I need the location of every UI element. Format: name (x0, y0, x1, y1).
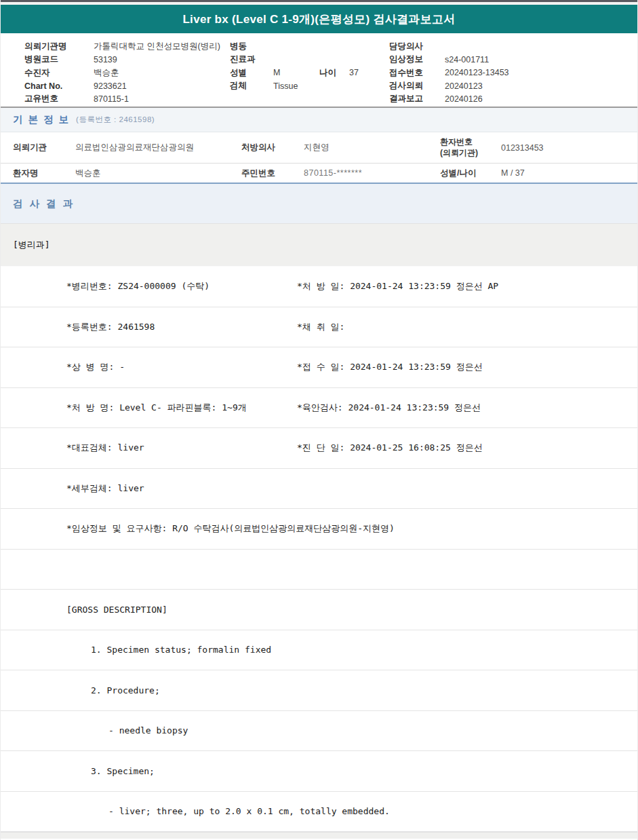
cell-prescribing-doctor: 지현영 (304, 142, 440, 153)
department-row: [병리과] (1, 224, 637, 267)
report-title: Liver bx (Level C 1-9개)(은평성모) 검사결과보고서 (182, 12, 455, 27)
field-specimen-type: 검체 Tissue (230, 79, 359, 92)
field-label: 담당의사 (389, 41, 445, 52)
field-label: 결과보고 (389, 93, 445, 104)
col-label-patient-no-line1: 환자번호 (440, 137, 501, 148)
test-results-title: 검 사 결 과 (13, 197, 75, 210)
result-right-text: *육안검사: 2024-01-24 13:23:59 정은선 (297, 402, 481, 414)
field-unique-no: 고유번호 870115-1 (24, 92, 220, 105)
result-left-text: *처 방 명: Level C- 파라핀블록: 1~9개 (1, 402, 247, 414)
basic-info-section-header: 기 본 정 보 (등록번호 : 2461598) (1, 107, 637, 132)
field-value-sex: M (273, 68, 319, 77)
result-row-gross-description-heading: [GROSS DESCRIPTION] (1, 590, 637, 630)
result-right-text: *진 단 일: 2024-01-25 16:08:25 정은선 (297, 442, 483, 454)
result-left-text: [GROSS DESCRIPTION] (1, 605, 167, 615)
field-hospital-code: 병원코드 53139 (24, 53, 220, 66)
col-label-patient-name: 환자명 (13, 168, 75, 179)
field-label: 검체 (230, 80, 273, 92)
field-accession-no: 접수번호 20240123-13453 (389, 66, 509, 79)
result-left-text: *등록번호: 2461598 (1, 321, 155, 333)
footer-strip (1, 832, 637, 839)
field-value-age: 37 (349, 68, 359, 77)
result-left-text: *대표검체: liver (1, 442, 144, 454)
field-report-date: 결과보고 20240126 (389, 92, 509, 105)
col-label-prescribing-doctor: 처방의사 (241, 142, 304, 153)
field-value: Tissue (273, 81, 298, 91)
field-label-age: 나이 (319, 67, 349, 79)
table-row: 의뢰기관 의료법인삼광의료재단삼광의원 처방의사 지현영 환자번호(의뢰기관) … (1, 132, 637, 164)
field-label: 임상정보 (389, 54, 445, 65)
header-info-left-column: 의뢰기관명 가톨릭대학교 인천성모병원(병리) 병원코드 53139 수진자 백… (24, 40, 220, 105)
field-sex-age: 성별 M 나이 37 (230, 66, 359, 79)
result-left-text: *임상정보 및 요구사항: R/O 수탁검사(의료법인삼광의료재단삼광의원-지현… (1, 522, 395, 535)
result-row-prescription-name: *처 방 명: Level C- 파라핀블록: 1~9개 *육안검사: 2024… (1, 388, 637, 429)
field-label: 접수번호 (389, 67, 445, 79)
department-label: [병리과] (13, 239, 50, 251)
cell-patient-no: 012313453 (501, 143, 637, 153)
basic-info-registration-no: (등록번호 : 2461598) (76, 115, 155, 125)
field-department: 진료과 (230, 53, 359, 66)
col-label-resident-no: 주민번호 (241, 168, 304, 179)
result-row-sub-specimen: *세부검체: liver (1, 469, 637, 510)
field-value: 백승훈 (94, 67, 119, 79)
result-left-text: *세부검체: liver (1, 482, 144, 495)
field-label: 고유번호 (24, 93, 94, 104)
result-row-needle-biopsy: - needle biopsy (1, 711, 637, 752)
cell-resident-no: 870115-******* (304, 168, 440, 178)
result-right-text: *채 취 일: (297, 321, 344, 333)
field-label: 성별 (230, 67, 273, 79)
field-value: 9233621 (94, 81, 127, 91)
result-row-blank (1, 550, 637, 590)
field-examinee: 수진자 백승훈 (24, 66, 220, 79)
cell-patient-name: 백승훈 (75, 168, 241, 179)
cell-sex-age: M / 37 (501, 168, 637, 178)
field-label: 검사의뢰 (389, 80, 445, 92)
field-value: 870115-1 (94, 94, 129, 104)
result-left-text: - needle biopsy (1, 725, 188, 736)
field-label: 의뢰기관명 (24, 41, 94, 52)
field-label: 병원코드 (24, 54, 94, 65)
field-value: 20240126 (445, 94, 483, 104)
result-row-pathology-no: *병리번호: ZS24-000009 (수탁) *처 방 일: 2024-01-… (1, 267, 637, 307)
result-left-text: 3. Specimen; (1, 766, 155, 776)
result-right-text: *처 방 일: 2024-01-24 13:23:59 정은선 AP (297, 280, 498, 292)
field-attending-doctor: 담당의사 (389, 40, 509, 53)
field-value: s24-001711 (445, 55, 489, 64)
result-row-procedure: 2. Procedure; (1, 670, 637, 711)
field-ward: 병동 (230, 40, 359, 53)
result-row-specimen-status: 1. Specimen status; formalin fixed (1, 630, 637, 671)
result-left-text: 1. Specimen status; formalin fixed (1, 645, 271, 655)
col-label-patient-no-line2: (의뢰기관) (440, 148, 501, 159)
field-label: 수진자 (24, 67, 94, 79)
result-row-clinical-request: *임상정보 및 요구사항: R/O 수탁검사(의료법인삼광의료재단삼광의원-지현… (1, 509, 637, 550)
result-right-text: *접 수 일: 2024-01-24 13:23:59 정은선 (297, 361, 483, 373)
report-title-bar: Liver bx (Level C 1-9개)(은평성모) 검사결과보고서 (1, 5, 637, 33)
field-label: Chart No. (24, 81, 94, 91)
result-left-text: - liver; three, up to 2.0 x 0.1 cm, tota… (1, 806, 390, 816)
field-label: 병동 (230, 41, 273, 52)
result-rows: *병리번호: ZS24-000009 (수탁) *처 방 일: 2024-01-… (1, 267, 637, 832)
field-value: 가톨릭대학교 인천성모병원(병리) (94, 41, 220, 52)
result-row-specimen: 3. Specimen; (1, 751, 637, 792)
test-results-section-header: 검 사 결 과 (1, 184, 637, 224)
col-label-requesting-institution: 의뢰기관 (13, 142, 75, 153)
result-left-text: 2. Procedure; (1, 685, 160, 695)
result-row-disease-name: *상 병 명: - *접 수 일: 2024-01-24 13:23:59 정은… (1, 347, 637, 388)
field-chart-no: Chart No. 9233621 (24, 79, 220, 92)
col-label-patient-no: 환자번호(의뢰기관) (440, 137, 501, 158)
field-clinical-info: 임상정보 s24-001711 (389, 53, 509, 66)
result-row-registration-no: *등록번호: 2461598 *채 취 일: (1, 307, 637, 348)
header-info-middle-column: 병동 진료과 성별 M 나이 37 검체 Tissue (230, 40, 359, 92)
result-left-text: *병리번호: ZS24-000009 (수탁) (1, 280, 210, 292)
header-gap (1, 33, 637, 39)
basic-info-title: 기 본 정 보 (13, 113, 70, 126)
field-value: 53139 (94, 55, 117, 64)
result-left-text: *상 병 명: - (1, 361, 125, 373)
field-label: 진료과 (230, 54, 273, 65)
table-row: 환자명 백승훈 주민번호 870115-******* 성별/나이 M / 37 (1, 164, 637, 183)
header-info-section: 의뢰기관명 가톨릭대학교 인천성모병원(병리) 병원코드 53139 수진자 백… (1, 39, 637, 107)
field-requesting-institution: 의뢰기관명 가톨릭대학교 인천성모병원(병리) (24, 40, 220, 53)
field-value: 20240123-13453 (445, 68, 509, 77)
field-request-date: 검사의뢰 20240123 (389, 79, 509, 92)
header-info-right-column: 담당의사 임상정보 s24-001711 접수번호 20240123-13453… (389, 40, 509, 105)
